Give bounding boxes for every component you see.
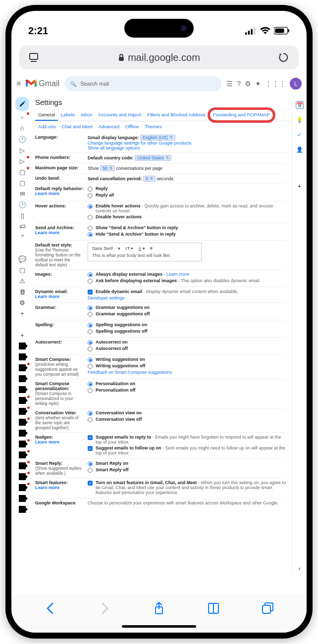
sidebar-label-14[interactable] <box>19 484 26 491</box>
tab-addons[interactable]: Add-ons <box>35 122 58 131</box>
sidebar-sent[interactable]: ▷ <box>17 156 28 165</box>
sidebar-tag[interactable]: 🏷 <box>17 222 28 231</box>
sidebar-label-13[interactable] <box>19 473 26 480</box>
smartcompose-feedback[interactable]: Feedback on Smart Compose suggestions <box>88 370 172 375</box>
search-input[interactable]: 🔍 Search mail <box>64 76 221 91</box>
sidebar-label-7[interactable] <box>19 408 26 415</box>
sidebar-snoozed[interactable]: 🕐 <box>17 135 28 144</box>
share-button[interactable] <box>152 601 166 617</box>
gemini-icon[interactable]: ✦ <box>255 80 261 88</box>
language-select[interactable]: English (US)⇅ <box>140 135 175 141</box>
check-nudge-follow[interactable] <box>88 446 93 451</box>
home-indicator[interactable] <box>122 625 196 628</box>
sidebar-allmail[interactable]: ✉ <box>17 189 28 198</box>
settings-gear-icon[interactable]: ⚙ <box>245 80 251 88</box>
nudges-learn[interactable]: Learn more <box>35 440 59 445</box>
radio-convo-on[interactable] <box>88 411 93 416</box>
sidebar-starred[interactable]: ☆ <box>17 124 28 133</box>
check-dynamic[interactable] <box>88 290 93 295</box>
undo-select[interactable]: 5⇅ <box>143 176 156 182</box>
reply-learn-link[interactable]: Learn more <box>35 191 59 196</box>
radio-spelling-off[interactable] <box>88 329 93 334</box>
remove-format-icon[interactable]: T <box>150 246 153 251</box>
calendar-icon[interactable]: 📅 <box>296 101 304 109</box>
help-icon[interactable]: ? <box>237 80 241 88</box>
sendarchive-learn[interactable]: Learn more <box>35 230 59 235</box>
radio-convo-off[interactable] <box>88 417 93 422</box>
sidebar-label-2[interactable] <box>19 353 26 360</box>
sidebar-label-12[interactable] <box>19 462 26 469</box>
sidebar-create[interactable]: + <box>17 309 28 318</box>
tab-general[interactable]: General <box>35 109 58 121</box>
sidebar-label-11[interactable] <box>19 451 26 458</box>
back-button[interactable] <box>44 601 57 617</box>
sidebar-trash[interactable]: 🗑 <box>17 287 28 296</box>
tabs-button[interactable] <box>261 601 274 617</box>
compose-button[interactable] <box>15 97 29 111</box>
tab-chat[interactable]: Chat and Meet <box>58 122 95 131</box>
radio-smartcompose-off[interactable] <box>88 364 93 369</box>
tab-inbox[interactable]: Inbox <box>78 109 95 121</box>
sidebar-important[interactable]: ▷ <box>17 146 28 154</box>
safari-address-bar[interactable]: mail.google.com <box>19 46 299 69</box>
pagesize-select[interactable]: 50⇅ <box>100 165 115 171</box>
tab-labels[interactable]: Labels <box>58 109 78 121</box>
check-smartfeat[interactable] <box>88 481 93 486</box>
tab-filters[interactable]: Filters and Blocked Address <box>144 109 209 121</box>
tab-offline[interactable]: Offline <box>122 122 142 131</box>
sidebar-label-9[interactable] <box>19 430 26 437</box>
sidebar-label-3[interactable] <box>19 364 26 371</box>
gmail-logo[interactable]: Gmail <box>26 79 59 88</box>
radio-reply[interactable] <box>88 187 93 192</box>
change-language-link[interactable]: Change language settings for other Googl… <box>88 141 191 146</box>
smartfeat-learn[interactable]: Learn more <box>35 485 59 490</box>
tab-advanced[interactable]: Advanced <box>96 122 122 131</box>
sidebar-scheduled[interactable]: 🕐 <box>17 200 28 209</box>
sidebar-label-6[interactable] <box>19 397 26 404</box>
show-all-lang-link[interactable]: Show all language options <box>88 146 140 150</box>
radio-smartreply-off[interactable] <box>88 468 93 473</box>
radio-auto-off[interactable] <box>88 347 93 351</box>
font-size-icon[interactable]: тT ▾ <box>125 246 134 251</box>
radio-images-ask[interactable] <box>88 279 93 284</box>
radio-smartpersonal-off[interactable] <box>88 388 93 393</box>
check-nudge-reply[interactable] <box>88 435 93 440</box>
images-learn[interactable]: Learn more <box>166 272 189 277</box>
radio-auto-on[interactable] <box>88 340 93 345</box>
reader-mode-icon[interactable] <box>26 52 43 62</box>
addon-plus-icon[interactable]: + <box>296 182 304 190</box>
tab-accounts[interactable]: Accounts and Import <box>95 109 144 121</box>
menu-icon[interactable]: ≡ <box>16 79 21 88</box>
tab-forwarding[interactable]: Forwarding and POP/IMAP <box>208 107 275 123</box>
font-color-icon[interactable]: A ▾ <box>139 246 145 251</box>
bookmarks-button[interactable] <box>207 601 220 617</box>
tab-themes[interactable]: Themes <box>142 122 164 131</box>
sidebar-label-10[interactable] <box>19 441 26 447</box>
radio-grammar-off[interactable] <box>88 312 93 317</box>
sidebar-label-5[interactable] <box>19 386 26 393</box>
radio-smartreply-on[interactable] <box>88 461 93 466</box>
sidebar-inbox[interactable]: ▫ <box>17 113 28 122</box>
sidebar-label-4[interactable] <box>19 375 26 382</box>
sidebar-label-16[interactable] <box>19 506 26 513</box>
dynamic-learn[interactable]: Learn more <box>35 294 59 299</box>
radio-smartpersonal-on[interactable] <box>88 382 93 387</box>
tasks-icon[interactable]: ✓ <box>296 131 304 139</box>
sidebar-spam[interactable]: ⚠ <box>17 276 28 285</box>
keep-icon[interactable]: 💡 <box>296 116 304 124</box>
sidebar-manage[interactable]: ⚙ <box>17 298 28 307</box>
contacts-icon[interactable]: 👤 <box>296 146 304 153</box>
radio-show-sendarchive[interactable] <box>88 226 93 231</box>
country-select[interactable]: United States⇅ <box>135 155 171 161</box>
radio-hover-enable[interactable] <box>88 204 93 209</box>
radio-spelling-on[interactable] <box>88 323 93 328</box>
radio-replyall[interactable] <box>88 193 93 198</box>
sidebar-drafts[interactable]: ▢ <box>17 167 28 176</box>
sidebar-label-15[interactable] <box>19 495 26 502</box>
url-display[interactable]: mail.google.com <box>48 52 270 63</box>
sidebar-spaces[interactable]: ▢ <box>17 265 28 274</box>
radio-smartcompose-on[interactable] <box>88 357 93 362</box>
font-select[interactable]: Sans Serif <box>92 246 113 251</box>
sidebar-chat-section[interactable]: 💬 <box>17 254 28 263</box>
radio-hover-disable[interactable] <box>88 215 93 220</box>
